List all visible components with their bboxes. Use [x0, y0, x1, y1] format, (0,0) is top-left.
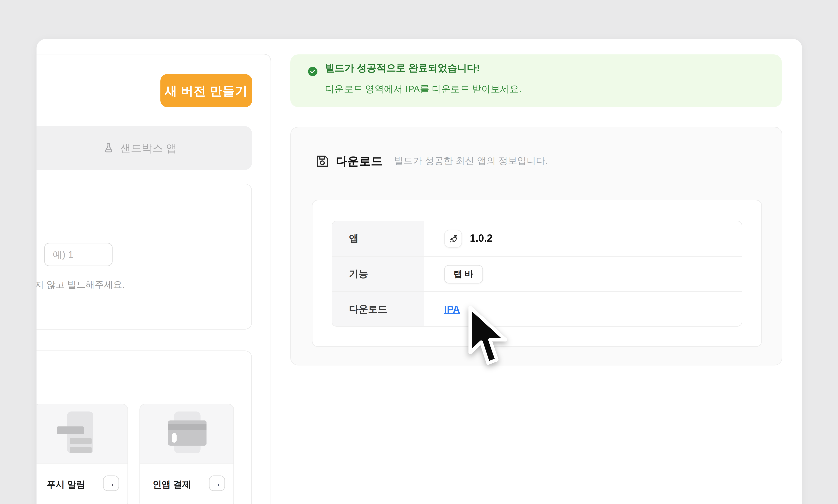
- feature-iap-arrow-button[interactable]: →: [209, 475, 225, 491]
- row-features-label: 기능: [332, 257, 424, 291]
- app-version-value: 1.0.2: [470, 233, 492, 245]
- feature-tile-iap[interactable]: 인앱 결제 →: [139, 404, 234, 504]
- banner-title: 빌드가 성공적으로 완료되었습니다!: [325, 61, 480, 75]
- flask-icon: [103, 142, 115, 154]
- feature-push-arrow-button[interactable]: →: [103, 475, 119, 491]
- version-helper-text: 지 않고 빌드해주세요.: [36, 279, 125, 291]
- ipa-download-link[interactable]: IPA: [444, 304, 460, 316]
- check-circle-icon: [308, 66, 318, 76]
- left-panel: 새 버전 만들기 샌드박스 앱 지 않고 빌드해주세요. 푸시 알: [36, 54, 271, 504]
- table-row-features: 기능 탭 바: [332, 257, 741, 292]
- create-new-version-button[interactable]: 새 버전 만들기: [160, 74, 252, 107]
- download-info-panel: 앱 1.0.2: [312, 200, 762, 347]
- push-illustration: [36, 404, 127, 464]
- version-input[interactable]: [44, 243, 112, 266]
- feature-push-label: 푸시 알림: [47, 479, 85, 490]
- download-section-subtitle: 빌드가 성공한 최신 앱의 정보입니다.: [394, 155, 548, 167]
- download-section-title: 다운로드: [336, 153, 383, 169]
- row-download-label: 다운로드: [332, 292, 424, 327]
- tab-sandbox-app[interactable]: 샌드박스 앱: [36, 126, 252, 170]
- rocket-icon: [444, 230, 462, 248]
- banner-subtitle: 다운로드 영역에서 IPA를 다운로드 받아보세요.: [325, 83, 522, 96]
- feature-tile-push[interactable]: 푸시 알림 →: [36, 404, 128, 504]
- version-form-card: 지 않고 빌드해주세요.: [36, 184, 252, 329]
- download-info-table: 앱 1.0.2: [332, 221, 742, 327]
- feature-iap-label: 인앱 결제: [153, 479, 191, 490]
- mouse-cursor: [466, 304, 509, 374]
- table-row-download: 다운로드 IPA: [332, 292, 741, 327]
- iap-illustration: [140, 404, 233, 464]
- features-card: 푸시 알림 → 인앱 결제 →: [36, 350, 252, 504]
- row-app-label: 앱: [332, 221, 424, 256]
- download-section-card: 다운로드 빌드가 성공한 최신 앱의 정보입니다. 앱: [290, 127, 782, 365]
- table-row-app: 앱 1.0.2: [332, 221, 741, 257]
- tab-sandbox-label: 샌드박스 앱: [120, 141, 177, 155]
- feature-tabbar-badge: 탭 바: [444, 265, 483, 283]
- build-success-banner: 빌드가 성공적으로 완료되었습니다! 다운로드 영역에서 IPA를 다운로드 받…: [290, 54, 782, 107]
- save-floppy-icon: [315, 154, 330, 168]
- page: 새 버전 만들기 샌드박스 앱 지 않고 빌드해주세요. 푸시 알: [0, 0, 838, 504]
